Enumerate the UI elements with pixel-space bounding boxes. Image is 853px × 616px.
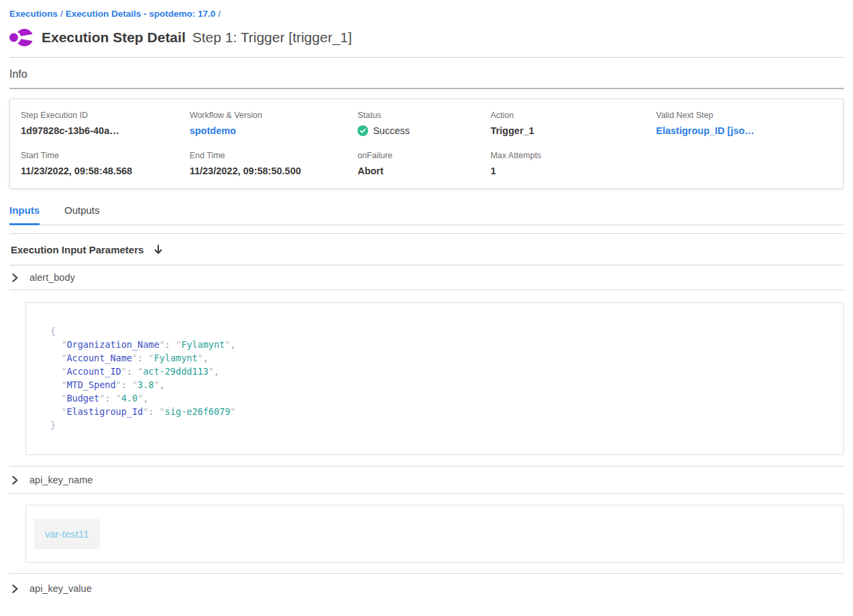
breadcrumb: Executions/Execution Details - spotdemo:… [9,0,844,19]
status-badge: Success [373,125,410,136]
field-workflow-version: Workflow & Version spotdemo [190,111,357,136]
header-divider [9,57,844,58]
step-execution-id-value: 1d97828c-13b6-40a… [21,125,190,136]
action-value: Trigger_1 [490,125,656,136]
field-label: Max Attempts [490,151,656,160]
chevron-right-icon [12,584,18,593]
start-time-value: 11/23/2022, 09:58:48.568 [21,166,190,176]
fylamynt-logo-icon [9,27,34,48]
field-end-time: End Time 11/23/2022, 09:58:50.500 [190,151,357,176]
tab-bar: Inputs Outputs [9,204,844,225]
breadcrumb-executions[interactable]: Executions [9,9,58,19]
api-key-name-value: var-test11 [34,519,100,549]
breadcrumb-execution-details[interactable]: Execution Details - spotdemo: 17.0 [66,9,216,19]
onfailure-value: Abort [357,166,490,176]
tab-outputs[interactable]: Outputs [64,204,100,225]
field-label: Start Time [21,151,190,160]
page-subtitle: Step 1: Trigger [trigger_1] [192,29,352,46]
page-title: Execution Step Detail [42,29,186,46]
field-label: End Time [190,151,357,160]
field-label: Valid Next Step [656,111,836,120]
download-arrow-icon[interactable] [154,245,163,255]
alert-body-json-panel: { "Organization_Name": "Fylamynt", "Acco… [25,302,844,455]
field-action: Action Trigger_1 [490,111,656,136]
field-label: Workflow & Version [190,111,357,120]
api-key-name-panel: var-test11 [25,505,844,563]
info-card: Step Execution ID 1d97828c-13b6-40a… Wor… [9,99,844,189]
end-time-value: 11/23/2022, 09:58:50.500 [190,166,357,176]
param-row-alert-body[interactable]: alert_body [9,265,844,290]
info-heading: Info [9,68,844,80]
field-label: onFailure [357,151,490,160]
chevron-right-icon [12,476,18,485]
field-label: Status [357,111,490,120]
field-valid-next-step: Valid Next Step Elastigroup_ID [jso… [656,111,836,136]
breadcrumb-trailing-separator: / [215,9,223,19]
field-label: Step Execution ID [21,111,190,120]
workflow-link[interactable]: spotdemo [190,125,357,136]
page-header: Execution Step Detail Step 1: Trigger [t… [9,27,844,48]
param-row-api-key-name[interactable]: api_key_name [9,466,844,494]
field-step-execution-id: Step Execution ID 1d97828c-13b6-40a… [21,111,190,136]
execution-step-detail-page: Executions/Execution Details - spotdemo:… [0,0,853,603]
field-start-time: Start Time 11/23/2022, 09:58:48.568 [21,151,190,176]
param-row-label: alert_body [30,272,75,283]
chevron-right-icon [12,273,18,282]
field-onfailure: onFailure Abort [357,151,490,176]
json-code: { "Organization_Name": "Fylamynt", "Acco… [50,324,830,432]
param-row-api-key-value[interactable]: api_key_value [9,573,844,603]
valid-next-step-link[interactable]: Elastigroup_ID [jso… [656,125,836,136]
max-attempts-value: 1 [490,166,656,176]
info-divider [9,88,844,89]
tab-inputs[interactable]: Inputs [9,204,40,225]
param-row-label: api_key_name [30,475,93,485]
breadcrumb-separator: / [58,9,66,19]
execution-input-parameters-header: Execution Input Parameters [9,233,844,265]
param-row-label: api_key_value [30,583,92,594]
field-max-attempts: Max Attempts 1 [490,151,656,176]
success-check-icon [357,125,368,136]
section-title: Execution Input Parameters [11,244,144,255]
field-status: Status Success [357,111,490,136]
field-empty [656,151,836,176]
field-label: Action [490,111,656,120]
